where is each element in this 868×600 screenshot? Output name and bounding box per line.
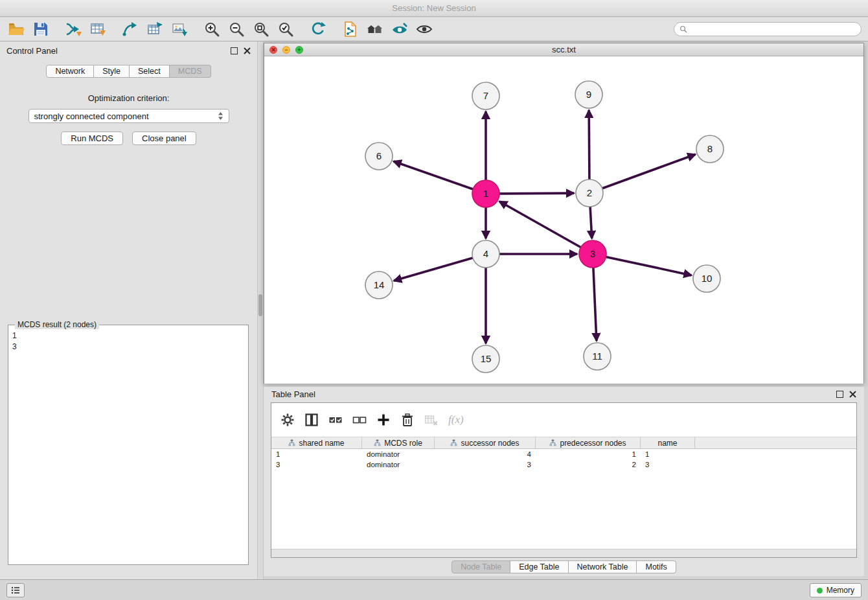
home-networks-icon[interactable] xyxy=(365,19,385,39)
graph-node-1[interactable]: 1 xyxy=(472,180,499,207)
zoom-selected-icon[interactable] xyxy=(276,19,295,39)
svg-text:11: 11 xyxy=(592,351,602,362)
mcds-result-title: MCDS result (2 nodes) xyxy=(15,320,99,329)
tab-select[interactable]: Select xyxy=(130,65,170,78)
column-header-shared-name[interactable]: shared name xyxy=(271,437,362,448)
export-network-icon[interactable] xyxy=(120,19,140,39)
criterion-select[interactable]: strongly connected component xyxy=(29,109,229,123)
table-cell[interactable]: 3 xyxy=(641,459,695,470)
zoom-fit-icon[interactable] xyxy=(251,19,271,39)
zoom-window-icon[interactable]: + xyxy=(295,46,303,54)
close-panel-button[interactable]: Close panel xyxy=(132,132,196,145)
open-session-icon[interactable] xyxy=(6,19,26,39)
zoom-in-icon[interactable] xyxy=(202,19,222,39)
table-horizontal-scrollbar[interactable] xyxy=(271,549,856,557)
column-header-name[interactable]: name xyxy=(641,437,695,448)
folder-icon xyxy=(8,21,25,38)
minimize-window-icon[interactable]: − xyxy=(282,46,290,54)
graph-node-11[interactable]: 11 xyxy=(584,343,611,370)
network-canvas[interactable]: 7968124314101511 xyxy=(264,57,863,384)
refresh-icon[interactable] xyxy=(308,19,328,39)
export-table-icon[interactable] xyxy=(145,19,165,39)
graph-node-3[interactable]: 3 xyxy=(579,240,606,268)
search-icon xyxy=(680,25,687,33)
close-panel-icon[interactable] xyxy=(244,47,251,54)
graph-node-10[interactable]: 10 xyxy=(693,265,720,292)
close-table-panel-icon[interactable] xyxy=(849,391,856,398)
graph-node-6[interactable]: 6 xyxy=(365,143,393,170)
mcds-result-box: MCDS result (2 nodes) 1 3 xyxy=(8,320,249,565)
criterion-select-value: strongly connected component xyxy=(34,111,149,121)
tab-motifs[interactable]: Motifs xyxy=(637,560,676,573)
search-input[interactable] xyxy=(691,25,856,34)
tab-node-table[interactable]: Node Table xyxy=(451,560,510,573)
tab-style[interactable]: Style xyxy=(94,65,130,78)
graph-edge-3-11[interactable] xyxy=(593,268,597,341)
tab-mcds[interactable]: MCDS xyxy=(170,65,211,78)
import-network-icon[interactable] xyxy=(63,19,83,39)
show-columns-icon[interactable] xyxy=(304,413,319,427)
scrollbar-thumb[interactable] xyxy=(258,294,262,316)
delete-column-icon[interactable] xyxy=(400,413,415,427)
column-header-predecessor-nodes[interactable]: predecessor nodes xyxy=(536,437,641,448)
graph-edge-1-2[interactable] xyxy=(499,193,574,194)
graph-edge-3-1[interactable] xyxy=(499,202,581,248)
table-settings-gear-icon[interactable] xyxy=(280,413,295,427)
graph-node-14[interactable]: 14 xyxy=(365,271,393,299)
float-table-panel-icon[interactable] xyxy=(836,391,843,398)
table-cell[interactable]: 3 xyxy=(435,459,536,470)
deselect-all-rows-icon[interactable] xyxy=(352,413,367,427)
zoom-out-icon[interactable] xyxy=(227,19,246,39)
table-cell[interactable]: dominator xyxy=(362,459,435,470)
table-cell[interactable]: dominator xyxy=(362,449,435,459)
run-mcds-button[interactable]: Run MCDS xyxy=(61,132,123,145)
control-panel-tabs: Network Style Select MCDS xyxy=(0,65,257,78)
style-eye-glyph-icon xyxy=(391,21,408,38)
eye-icon[interactable] xyxy=(415,19,434,39)
style-eye-icon[interactable] xyxy=(390,19,409,39)
graph-node-15[interactable]: 15 xyxy=(472,345,499,373)
tab-edge-table[interactable]: Edge Table xyxy=(510,560,568,573)
table-row[interactable]: 1dominator411 xyxy=(271,449,856,459)
graph-edge-1-6[interactable] xyxy=(394,161,474,189)
float-panel-icon[interactable] xyxy=(231,47,238,54)
graph-edge-4-14[interactable] xyxy=(394,258,473,281)
table-cell[interactable]: 1 xyxy=(271,449,362,459)
save-session-icon[interactable] xyxy=(31,19,51,39)
table-cell[interactable]: 1 xyxy=(641,449,695,459)
table-cell[interactable]: 4 xyxy=(435,449,536,459)
tab-network-table[interactable]: Network Table xyxy=(569,560,637,573)
table-cell[interactable]: 1 xyxy=(536,449,641,459)
graph-edge-2-9[interactable] xyxy=(589,110,589,179)
graph-edge-2-3[interactable] xyxy=(590,207,592,238)
panel-divider-scrollbar[interactable] xyxy=(257,41,264,579)
task-history-button[interactable] xyxy=(6,583,25,597)
graph-edge-2-8[interactable] xyxy=(602,154,696,189)
export-image-icon[interactable] xyxy=(170,19,189,39)
import-table-icon[interactable] xyxy=(88,19,108,39)
graph-node-8[interactable]: 8 xyxy=(696,135,724,163)
graph-node-9[interactable]: 9 xyxy=(575,81,602,108)
table-cell[interactable]: 3 xyxy=(271,459,362,470)
add-column-icon[interactable] xyxy=(376,413,391,427)
column-header-mcds-role[interactable]: MCDS role xyxy=(362,437,435,448)
zoom-out-glyph-icon xyxy=(228,21,245,38)
graph-node-4[interactable]: 4 xyxy=(472,240,499,268)
table-row[interactable]: 3dominator323 xyxy=(271,459,856,470)
main-toolbar xyxy=(0,17,868,41)
close-window-icon[interactable]: ✕ xyxy=(269,46,277,54)
tab-network[interactable]: Network xyxy=(46,65,94,78)
graph-node-7[interactable]: 7 xyxy=(472,82,499,110)
select-all-rows-icon[interactable] xyxy=(328,413,343,427)
network-document-icon[interactable] xyxy=(341,19,360,39)
graph-edge-3-10[interactable] xyxy=(606,257,692,275)
table-cell-filler xyxy=(695,449,856,459)
search-field[interactable] xyxy=(674,22,862,36)
graph-node-2[interactable]: 2 xyxy=(576,179,603,207)
column-header-successor-nodes[interactable]: successor nodes xyxy=(435,437,536,448)
node-table-body: 1dominator4113dominator323 xyxy=(271,449,856,549)
export-image-glyph-icon xyxy=(171,21,188,38)
table-cell[interactable]: 2 xyxy=(536,459,641,470)
delete-table-disabled-icon xyxy=(424,413,439,427)
memory-button[interactable]: Memory xyxy=(810,583,862,597)
